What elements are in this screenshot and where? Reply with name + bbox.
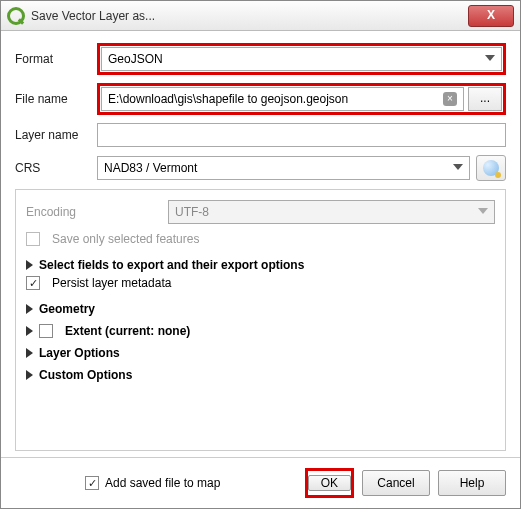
custom-options-expander[interactable]: Custom Options [26, 364, 495, 386]
content-area: Format GeoJSON File name E:\download\gis… [1, 31, 520, 457]
qgis-logo-icon [7, 7, 25, 25]
save-selected-row: Save only selected features [26, 232, 495, 246]
custom-options-label: Custom Options [39, 368, 132, 382]
triangle-right-icon [26, 348, 33, 358]
encoding-label: Encoding [26, 205, 162, 219]
format-row: Format GeoJSON [15, 43, 506, 75]
triangle-right-icon [26, 326, 33, 336]
layername-input[interactable] [97, 123, 506, 147]
filename-label: File name [15, 92, 91, 106]
format-value: GeoJSON [108, 52, 163, 66]
format-label: Format [15, 52, 91, 66]
select-fields-label: Select fields to export and their export… [39, 258, 304, 272]
crs-row: CRS NAD83 / Vermont [15, 155, 506, 181]
browse-button[interactable]: ... [468, 87, 502, 111]
triangle-right-icon [26, 370, 33, 380]
title-bar: Save Vector Layer as... X [1, 1, 520, 31]
save-selected-label: Save only selected features [52, 232, 199, 246]
encoding-combo: UTF-8 [168, 200, 495, 224]
window-title: Save Vector Layer as... [31, 9, 468, 23]
extent-checkbox[interactable] [39, 324, 53, 338]
add-to-map-label: Add saved file to map [105, 476, 220, 490]
crs-combo[interactable]: NAD83 / Vermont [97, 156, 470, 180]
footer: Add saved file to map OK Cancel Help [1, 457, 520, 508]
clear-icon[interactable]: × [443, 92, 457, 106]
triangle-right-icon [26, 304, 33, 314]
encoding-value: UTF-8 [175, 205, 209, 219]
filename-value: E:\download\gis\shapefile to geojson.geo… [108, 92, 348, 106]
options-panel: Encoding UTF-8 Save only selected featur… [15, 189, 506, 451]
dialog-window: Save Vector Layer as... X Format GeoJSON… [0, 0, 521, 509]
persist-metadata-checkbox[interactable] [26, 276, 40, 290]
filename-input[interactable]: E:\download\gis\shapefile to geojson.geo… [101, 87, 464, 111]
layername-row: Layer name [15, 123, 506, 147]
chevron-down-icon [485, 55, 495, 61]
add-to-map-checkbox[interactable] [85, 476, 99, 490]
chevron-down-icon [453, 164, 463, 170]
triangle-right-icon [26, 260, 33, 270]
save-selected-checkbox [26, 232, 40, 246]
geometry-expander[interactable]: Geometry [26, 298, 495, 320]
ok-highlight: OK [305, 468, 354, 498]
select-fields-expander[interactable]: Select fields to export and their export… [26, 254, 495, 276]
chevron-down-icon [478, 208, 488, 214]
cancel-button[interactable]: Cancel [362, 470, 430, 496]
format-combo[interactable]: GeoJSON [101, 47, 502, 71]
add-to-map-wrap: Add saved file to map [85, 476, 220, 490]
filename-highlight: E:\download\gis\shapefile to geojson.geo… [97, 83, 506, 115]
globe-icon [483, 160, 499, 176]
layername-label: Layer name [15, 128, 91, 142]
help-button[interactable]: Help [438, 470, 506, 496]
crs-picker-button[interactable] [476, 155, 506, 181]
close-button[interactable]: X [468, 5, 514, 27]
encoding-row: Encoding UTF-8 [26, 200, 495, 224]
persist-metadata-label: Persist layer metadata [52, 276, 171, 290]
crs-label: CRS [15, 161, 91, 175]
crs-value: NAD83 / Vermont [104, 161, 197, 175]
format-highlight: GeoJSON [97, 43, 506, 75]
ok-button[interactable]: OK [308, 475, 351, 491]
extent-label: Extent (current: none) [65, 324, 190, 338]
extent-expander[interactable]: Extent (current: none) [26, 320, 495, 342]
filename-row: File name E:\download\gis\shapefile to g… [15, 83, 506, 115]
persist-metadata-row: Persist layer metadata [26, 276, 495, 290]
geometry-label: Geometry [39, 302, 95, 316]
layer-options-label: Layer Options [39, 346, 120, 360]
layer-options-expander[interactable]: Layer Options [26, 342, 495, 364]
